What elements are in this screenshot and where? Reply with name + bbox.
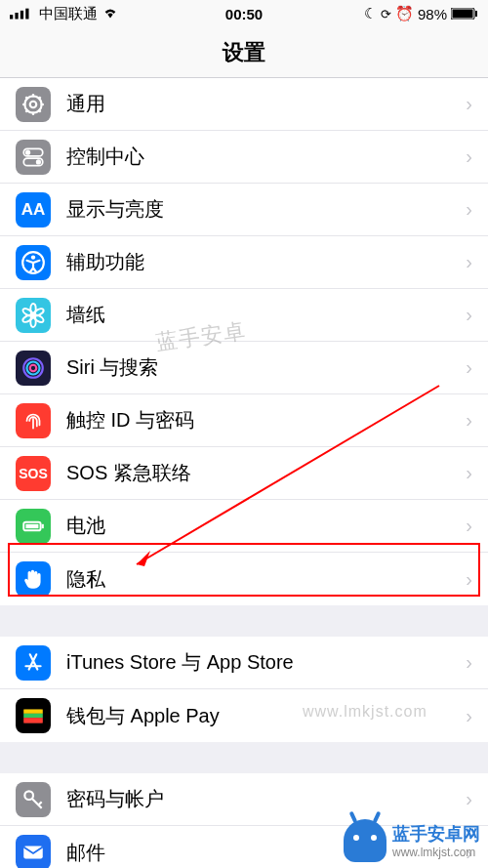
row-label: 隐私 bbox=[66, 566, 466, 593]
settings-row-battery[interactable]: 电池› bbox=[0, 500, 488, 553]
siri-icon bbox=[16, 351, 51, 386]
appstore-icon bbox=[16, 645, 51, 681]
chevron-right-icon: › bbox=[466, 462, 472, 484]
battery-icon bbox=[16, 509, 51, 544]
svg-rect-41 bbox=[23, 714, 43, 718]
svg-point-18 bbox=[25, 149, 30, 154]
row-label: iTunes Store 与 App Store bbox=[66, 649, 466, 676]
settings-row-itunes[interactable]: iTunes Store 与 App Store› bbox=[0, 637, 488, 689]
svg-point-32 bbox=[30, 364, 37, 371]
row-label: 显示与亮度 bbox=[66, 196, 466, 223]
row-label: 控制中心 bbox=[66, 144, 466, 170]
brand-badge: 蓝手安卓网 www.lmkjst.com bbox=[344, 819, 480, 862]
svg-rect-42 bbox=[23, 718, 43, 723]
mail-icon bbox=[16, 835, 51, 868]
row-label: 触控 ID 与密码 bbox=[66, 407, 466, 434]
chevron-right-icon: › bbox=[466, 145, 472, 168]
settings-row-privacy[interactable]: 隐私› bbox=[0, 553, 488, 605]
row-label: 墙纸 bbox=[66, 302, 466, 328]
settings-row-touchid[interactable]: 触控 ID 与密码› bbox=[0, 394, 488, 447]
brand-name: 蓝手安卓网 bbox=[392, 824, 480, 844]
settings-row-general[interactable]: 通用› bbox=[0, 78, 488, 131]
chevron-right-icon: › bbox=[466, 356, 472, 379]
status-time: 00:50 bbox=[0, 6, 488, 22]
nav-bar: 设置 bbox=[0, 27, 488, 78]
svg-rect-40 bbox=[23, 710, 43, 714]
svg-point-31 bbox=[27, 361, 40, 374]
row-label: 辅助功能 bbox=[66, 249, 466, 275]
wallet-icon bbox=[16, 698, 51, 733]
brand-url: www.lmkjst.com bbox=[392, 846, 480, 859]
chevron-right-icon: › bbox=[466, 198, 472, 221]
settings-row-sos[interactable]: SOSSOS 紧急联络› bbox=[0, 447, 488, 500]
svg-rect-34 bbox=[42, 523, 44, 527]
svg-point-20 bbox=[36, 159, 41, 164]
hand-icon bbox=[16, 561, 51, 597]
android-icon bbox=[344, 819, 386, 862]
sos-icon: SOS bbox=[16, 456, 51, 491]
chevron-right-icon: › bbox=[466, 93, 472, 115]
row-label: 电池 bbox=[66, 513, 466, 539]
chevron-right-icon: › bbox=[466, 568, 472, 591]
chevron-right-icon: › bbox=[466, 651, 472, 674]
chevron-right-icon: › bbox=[466, 515, 472, 537]
page-title: 设置 bbox=[223, 38, 265, 67]
row-label: 密码与帐户 bbox=[66, 786, 466, 812]
chevron-right-icon: › bbox=[466, 788, 472, 810]
svg-point-29 bbox=[31, 312, 36, 317]
status-bar: 中国联通 00:50 ☾ ⟳ ⏰ 98% bbox=[0, 0, 488, 27]
svg-point-43 bbox=[24, 791, 33, 800]
row-label: Siri 与搜索 bbox=[66, 354, 466, 381]
fingerprint-icon bbox=[16, 403, 51, 438]
aa-icon: AA bbox=[16, 192, 51, 227]
settings-row-siri[interactable]: Siri 与搜索› bbox=[0, 342, 488, 394]
settings-row-accessibility[interactable]: 辅助功能› bbox=[0, 236, 488, 289]
toggles-icon bbox=[16, 140, 51, 175]
svg-point-8 bbox=[30, 101, 37, 107]
svg-line-45 bbox=[38, 802, 41, 805]
settings-group: 通用›控制中心›AA显示与亮度›辅助功能›墙纸›Siri 与搜索›触控 ID 与… bbox=[0, 78, 488, 605]
gear-icon bbox=[16, 87, 51, 122]
settings-row-accounts[interactable]: 密码与帐户› bbox=[0, 773, 488, 826]
chevron-right-icon: › bbox=[466, 705, 472, 727]
svg-rect-35 bbox=[25, 523, 38, 527]
accessibility-icon bbox=[16, 245, 51, 280]
settings-row-wallet[interactable]: 钱包与 Apple Pay› bbox=[0, 689, 488, 742]
chevron-right-icon: › bbox=[466, 409, 472, 432]
settings-row-display[interactable]: AA显示与亮度› bbox=[0, 184, 488, 236]
chevron-right-icon: › bbox=[466, 304, 472, 326]
row-label: SOS 紧急联络 bbox=[66, 460, 466, 486]
svg-rect-46 bbox=[23, 847, 43, 859]
settings-group: iTunes Store 与 App Store›钱包与 Apple Pay› bbox=[0, 637, 488, 742]
chevron-right-icon: › bbox=[466, 251, 472, 273]
settings-row-control[interactable]: 控制中心› bbox=[0, 131, 488, 184]
flower-icon bbox=[16, 298, 51, 333]
row-label: 通用 bbox=[66, 91, 466, 117]
svg-point-22 bbox=[31, 255, 35, 259]
row-label: 钱包与 Apple Pay bbox=[66, 703, 466, 729]
settings-row-wallpaper[interactable]: 墙纸› bbox=[0, 289, 488, 342]
key-icon bbox=[16, 782, 51, 817]
